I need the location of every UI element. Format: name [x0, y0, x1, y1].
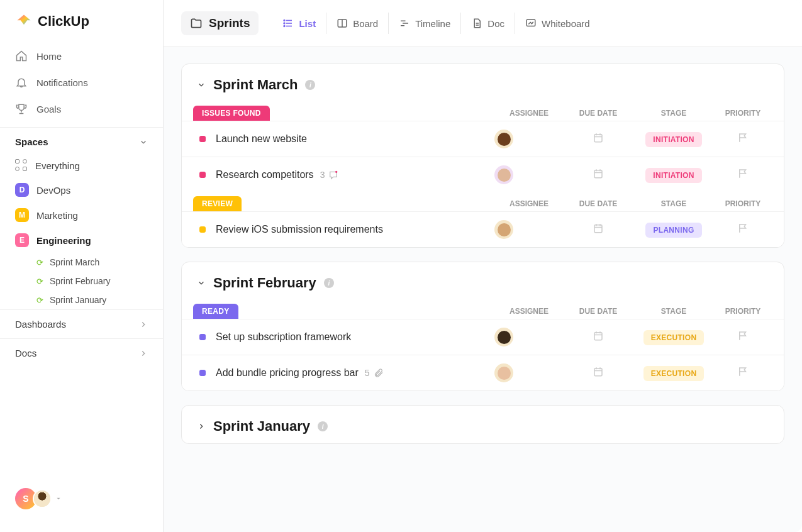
sprint-header[interactable]: Sprint February i [182, 262, 784, 300]
view-tab-timeline[interactable]: Timeline [388, 13, 460, 34]
calendar-icon[interactable] [593, 132, 604, 143]
task-row[interactable]: Launch new website INITIATION [182, 121, 784, 157]
col-assignee: ASSIGNEE [494, 307, 564, 316]
status-pill[interactable]: ISSUES FOUND [193, 106, 270, 121]
sprint-header[interactable]: Sprint January i [182, 406, 784, 443]
bell-icon [15, 76, 28, 89]
info-icon[interactable]: i [305, 80, 315, 90]
user-selector[interactable]: S [0, 478, 163, 519]
status-group-header: REVIEW ASSIGNEE DUE DATE STAGE PRIORITY [182, 192, 784, 211]
col-stage: STAGE [633, 109, 715, 118]
nav-goals[interactable]: Goals [0, 96, 163, 122]
stage-badge[interactable]: PLANNING [645, 223, 701, 238]
task-row[interactable]: Set up subscription framework EXECUTION [182, 319, 784, 355]
task-title: Launch new website [216, 133, 307, 145]
task-title: Add bundle pricing progress bar [216, 367, 359, 379]
folder-icon [190, 17, 203, 30]
chevron-right-icon [197, 422, 206, 431]
task-status-square[interactable] [199, 226, 206, 233]
task-row[interactable]: Research competitors 3 INITIATION [182, 157, 784, 192]
view-tab-whiteboard[interactable]: Whiteboard [515, 13, 600, 34]
status-pill[interactable]: REVIEW [193, 196, 242, 211]
everything-icon [15, 159, 28, 172]
svg-rect-27 [594, 333, 602, 340]
chevron-down-icon [139, 138, 148, 147]
stage-badge[interactable]: INITIATION [645, 168, 701, 183]
col-due: DUE DATE [564, 307, 633, 316]
everything-item[interactable]: Everything [0, 153, 163, 177]
calendar-icon[interactable] [593, 168, 604, 179]
task-status-square[interactable] [199, 334, 206, 340]
content: Sprint March i ISSUES FOUND ASSIGNEE DUE… [164, 47, 802, 474]
status-pill[interactable]: READY [193, 304, 238, 319]
sprint-link[interactable]: ⟳Sprint March [0, 253, 163, 272]
space-item-devops[interactable]: DDevOps [0, 177, 163, 202]
assignee-avatar[interactable] [494, 363, 513, 382]
sprint-link[interactable]: ⟳Sprint January [0, 291, 163, 309]
col-priority: PRIORITY [715, 199, 771, 208]
flag-icon[interactable] [737, 223, 749, 234]
attachment-icon [374, 368, 384, 378]
assignee-avatar[interactable] [494, 165, 513, 184]
chevron-right-icon [139, 320, 148, 329]
view-tab-doc[interactable]: Doc [460, 13, 515, 34]
sidebar: ClickUp Home Notifications Goals Spaces … [0, 0, 164, 532]
sprint-title: Sprint January [213, 418, 310, 435]
flag-icon[interactable] [737, 330, 749, 341]
info-icon[interactable]: i [324, 278, 334, 288]
sprint-card: Sprint January i [181, 405, 784, 444]
task-status-square[interactable] [199, 172, 206, 178]
assignee-avatar[interactable] [494, 328, 513, 346]
logo[interactable]: ClickUp [0, 13, 163, 43]
user-avatar-secondary [33, 489, 52, 508]
svg-point-5 [284, 26, 286, 27]
view-tabs: ListBoardTimelineDocWhiteboard [272, 13, 599, 34]
chevron-down-icon [197, 279, 206, 287]
svg-rect-14 [594, 135, 602, 142]
stage-badge[interactable]: INITIATION [645, 132, 701, 147]
view-tab-list[interactable]: List [272, 13, 326, 34]
task-title: Research competitors [216, 169, 314, 180]
sprint-icon: ⟳ [36, 296, 43, 305]
calendar-icon[interactable] [593, 366, 604, 377]
stage-badge[interactable]: EXECUTION [643, 366, 705, 381]
sprint-link[interactable]: ⟳Sprint February [0, 272, 163, 291]
stage-badge[interactable]: EXECUTION [643, 330, 705, 345]
nav-notifications[interactable]: Notifications [0, 69, 163, 96]
space-badge: D [15, 183, 29, 197]
sprint-icon: ⟳ [36, 277, 43, 286]
spaces-header[interactable]: Spaces [0, 127, 163, 153]
col-priority: PRIORITY [715, 109, 771, 118]
calendar-icon[interactable] [593, 330, 604, 341]
home-icon [15, 50, 28, 62]
calendar-icon[interactable] [593, 223, 604, 234]
task-row[interactable]: Review iOS submission requirements PLANN… [182, 211, 784, 247]
flag-icon[interactable] [737, 168, 749, 179]
view-tab-board[interactable]: Board [326, 13, 388, 34]
task-status-square[interactable] [199, 370, 206, 376]
task-status-square[interactable] [199, 136, 206, 142]
folder-title[interactable]: Sprints [181, 11, 259, 35]
sprint-header[interactable]: Sprint March i [182, 64, 784, 102]
col-due: DUE DATE [564, 109, 633, 118]
sprint-card: Sprint February i READY ASSIGNEE DUE DAT… [181, 262, 784, 391]
flag-icon[interactable] [737, 132, 749, 143]
assignee-avatar[interactable] [494, 130, 513, 148]
col-assignee: ASSIGNEE [494, 109, 564, 118]
clickup-logo-icon [15, 13, 33, 30]
topbar: Sprints ListBoardTimelineDocWhiteboard [164, 0, 802, 47]
svg-point-4 [284, 23, 286, 24]
space-badge: E [15, 233, 29, 247]
dashboards-link[interactable]: Dashboards [0, 309, 163, 338]
docs-link[interactable]: Docs [0, 338, 163, 367]
info-icon[interactable]: i [318, 421, 328, 431]
space-item-marketing[interactable]: MMarketing [0, 202, 163, 228]
space-item-engineering[interactable]: EEngineering [0, 228, 163, 253]
task-row[interactable]: Add bundle pricing progress bar 5 EXECUT… [182, 355, 784, 391]
assignee-avatar[interactable] [494, 220, 513, 239]
chat-icon [328, 170, 338, 180]
nav-home[interactable]: Home [0, 43, 163, 69]
flag-icon[interactable] [737, 366, 749, 377]
col-stage: STAGE [633, 307, 715, 316]
status-group-header: READY ASSIGNEE DUE DATE STAGE PRIORITY [182, 300, 784, 319]
